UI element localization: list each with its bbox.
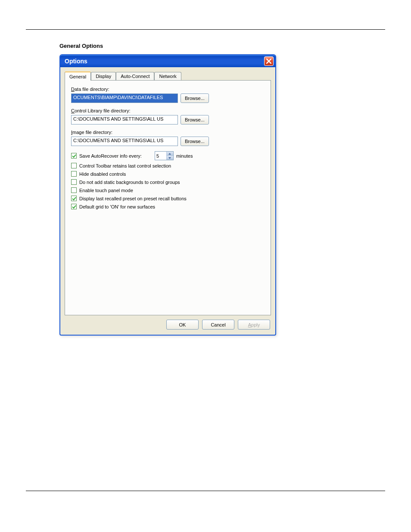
- tab-network[interactable]: Network: [154, 72, 181, 80]
- section-title: General Options: [59, 43, 385, 49]
- option-label: Hide disabled controls: [79, 171, 126, 177]
- check-icon: [72, 205, 76, 209]
- option-label: Do not add static backgrounds to control…: [79, 180, 180, 185]
- option-checkbox-3[interactable]: [71, 187, 77, 193]
- options-dialog: Options General Display Auto-Connect Net…: [59, 54, 276, 336]
- chevron-down-icon: [168, 157, 171, 159]
- data-dir-browse-button[interactable]: Browse...: [181, 93, 209, 103]
- autorecover-spinner[interactable]: [155, 151, 174, 160]
- option-checkbox-4[interactable]: [71, 196, 77, 201]
- apply-button[interactable]: Apply: [238, 320, 270, 330]
- option-row: Display last recalled preset on preset r…: [71, 196, 265, 201]
- option-row: Hide disabled controls: [71, 171, 265, 177]
- close-button[interactable]: [264, 56, 274, 66]
- data-dir-label: Data file directory:: [71, 87, 265, 92]
- option-row: Do not add static backgrounds to control…: [71, 179, 265, 185]
- option-row: Control Toolbar retains last control sel…: [71, 163, 265, 168]
- cancel-button[interactable]: Cancel: [202, 320, 234, 330]
- option-label: Enable touch panel mode: [79, 188, 133, 193]
- option-checkbox-0[interactable]: [71, 163, 77, 168]
- data-dir-input[interactable]: OCUMENTS\BIAMP\DAVINCI\DATAFILES: [71, 93, 178, 103]
- ok-button[interactable]: OK: [166, 320, 199, 330]
- bottom-rule: [26, 491, 385, 491]
- check-icon: [72, 196, 76, 201]
- option-checkbox-5[interactable]: [71, 204, 77, 209]
- autorecover-label: Save AutoRecover info every:: [79, 153, 142, 159]
- image-dir-browse-button[interactable]: Browse...: [181, 137, 209, 146]
- ctrl-lib-dir-browse-button[interactable]: Browse...: [181, 115, 209, 124]
- tab-display[interactable]: Display: [91, 72, 116, 80]
- option-row: Enable touch panel mode: [71, 187, 265, 193]
- titlebar: Options: [60, 55, 275, 67]
- option-row: Default grid to 'ON' for new surfaces: [71, 204, 265, 209]
- ctrl-lib-dir-label: Control Library file directory:: [71, 108, 265, 113]
- image-dir-input[interactable]: C:\DOCUMENTS AND SETTINGS\ALL US: [71, 137, 178, 146]
- option-checkbox-1[interactable]: [71, 171, 77, 177]
- autorecover-value[interactable]: [155, 152, 166, 160]
- spin-down-button[interactable]: [167, 156, 173, 160]
- dialog-buttons: OK Cancel Apply: [60, 315, 275, 335]
- tab-general[interactable]: General: [65, 72, 91, 81]
- spin-up-button[interactable]: [167, 152, 173, 156]
- option-label: Control Toolbar retains last control sel…: [79, 163, 171, 168]
- option-checkbox-2[interactable]: [71, 179, 77, 185]
- option-label: Default grid to 'ON' for new surfaces: [79, 204, 155, 209]
- dialog-title: Options: [65, 58, 87, 65]
- check-icon: [72, 154, 76, 158]
- ctrl-lib-dir-input[interactable]: C:\DOCUMENTS AND SETTINGS\ALL US: [71, 115, 178, 124]
- autorecover-checkbox[interactable]: [71, 153, 77, 159]
- tab-strip: General Display Auto-Connect Network: [65, 72, 271, 80]
- top-rule: [26, 29, 385, 30]
- tab-auto-connect[interactable]: Auto-Connect: [116, 72, 154, 80]
- image-dir-label: Image file directory:: [71, 130, 265, 135]
- autorecover-unit: minutes: [176, 153, 193, 159]
- chevron-up-icon: [168, 153, 171, 155]
- close-icon: [266, 59, 271, 64]
- option-label: Display last recalled preset on preset r…: [79, 196, 187, 201]
- tab-panel-general: Data file directory: OCUMENTS\BIAMP\DAVI…: [65, 80, 271, 315]
